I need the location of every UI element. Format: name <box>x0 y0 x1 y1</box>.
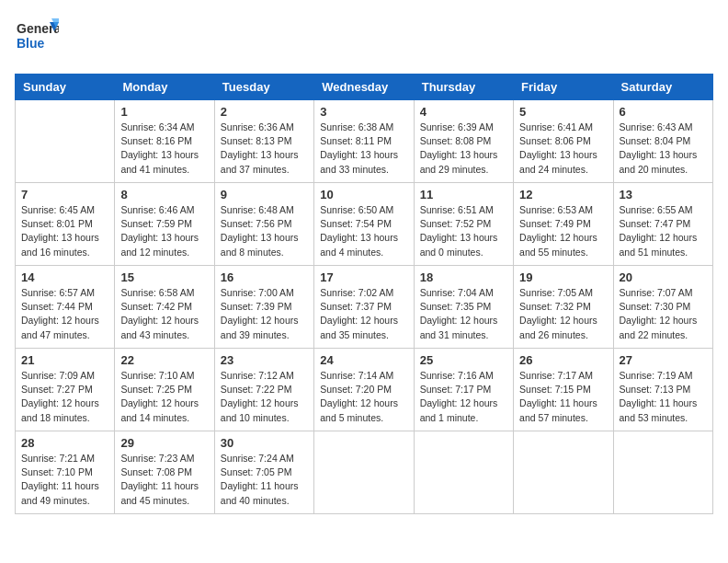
calendar-cell: 15Sunrise: 6:58 AM Sunset: 7:42 PM Dayli… <box>115 266 214 349</box>
day-number: 1 <box>120 105 208 119</box>
day-number: 3 <box>320 105 407 119</box>
day-info: Sunrise: 7:21 AM Sunset: 7:10 PM Dayligh… <box>21 452 108 508</box>
calendar-cell: 30Sunrise: 7:24 AM Sunset: 7:05 PM Dayli… <box>214 431 313 514</box>
calendar-cell: 8Sunrise: 6:46 AM Sunset: 7:59 PM Daylig… <box>115 183 214 266</box>
day-header-sunday: Sunday <box>16 75 115 100</box>
calendar-cell <box>16 100 115 183</box>
day-info: Sunrise: 7:23 AM Sunset: 7:08 PM Dayligh… <box>120 452 208 508</box>
calendar-week-5: 28Sunrise: 7:21 AM Sunset: 7:10 PM Dayli… <box>16 431 713 514</box>
day-header-tuesday: Tuesday <box>214 75 313 100</box>
day-info: Sunrise: 7:00 AM Sunset: 7:39 PM Dayligh… <box>221 286 308 342</box>
calendar-cell: 19Sunrise: 7:05 AM Sunset: 7:32 PM Dayli… <box>514 266 613 349</box>
calendar-cell: 10Sunrise: 6:50 AM Sunset: 7:54 PM Dayli… <box>314 183 414 266</box>
day-number: 13 <box>620 188 707 201</box>
day-info: Sunrise: 7:04 AM Sunset: 7:35 PM Dayligh… <box>420 286 507 342</box>
day-info: Sunrise: 7:09 AM Sunset: 7:27 PM Dayligh… <box>21 369 108 425</box>
day-header-monday: Monday <box>115 75 214 100</box>
calendar-cell: 2Sunrise: 6:36 AM Sunset: 8:13 PM Daylig… <box>214 100 313 183</box>
day-number: 24 <box>320 353 407 367</box>
day-info: Sunrise: 7:10 AM Sunset: 7:25 PM Dayligh… <box>120 369 208 425</box>
day-number: 6 <box>620 105 707 119</box>
day-number: 29 <box>120 436 208 450</box>
header-row: SundayMondayTuesdayWednesdayThursdayFrid… <box>16 75 713 100</box>
day-number: 5 <box>519 105 607 119</box>
day-info: Sunrise: 6:46 AM Sunset: 7:59 PM Dayligh… <box>120 203 208 259</box>
day-info: Sunrise: 6:57 AM Sunset: 7:44 PM Dayligh… <box>21 286 108 342</box>
day-info: Sunrise: 6:58 AM Sunset: 7:42 PM Dayligh… <box>120 286 208 342</box>
day-info: Sunrise: 6:43 AM Sunset: 8:04 PM Dayligh… <box>620 121 707 177</box>
calendar-cell: 20Sunrise: 7:07 AM Sunset: 7:30 PM Dayli… <box>613 266 712 349</box>
day-number: 22 <box>120 353 208 367</box>
day-header-thursday: Thursday <box>414 75 513 100</box>
day-info: Sunrise: 7:02 AM Sunset: 7:37 PM Dayligh… <box>320 286 407 342</box>
calendar-cell <box>314 431 414 514</box>
calendar-cell: 5Sunrise: 6:41 AM Sunset: 8:06 PM Daylig… <box>514 100 613 183</box>
day-info: Sunrise: 7:19 AM Sunset: 7:13 PM Dayligh… <box>620 369 707 425</box>
calendar-cell: 4Sunrise: 6:39 AM Sunset: 8:08 PM Daylig… <box>414 100 513 183</box>
calendar-cell: 21Sunrise: 7:09 AM Sunset: 7:27 PM Dayli… <box>16 349 115 431</box>
day-header-wednesday: Wednesday <box>314 75 414 100</box>
calendar-cell: 6Sunrise: 6:43 AM Sunset: 8:04 PM Daylig… <box>613 100 712 183</box>
calendar-week-3: 14Sunrise: 6:57 AM Sunset: 7:44 PM Dayli… <box>16 266 713 349</box>
day-number: 25 <box>420 353 507 367</box>
day-info: Sunrise: 6:34 AM Sunset: 8:16 PM Dayligh… <box>120 121 208 177</box>
calendar-cell: 24Sunrise: 7:14 AM Sunset: 7:20 PM Dayli… <box>314 349 414 431</box>
day-number: 27 <box>620 353 707 367</box>
day-number: 19 <box>519 270 607 284</box>
day-number: 9 <box>221 188 308 201</box>
day-number: 20 <box>620 270 707 284</box>
day-header-saturday: Saturday <box>613 75 712 100</box>
calendar-cell: 17Sunrise: 7:02 AM Sunset: 7:37 PM Dayli… <box>314 266 414 349</box>
calendar-cell: 13Sunrise: 6:55 AM Sunset: 7:47 PM Dayli… <box>613 183 712 266</box>
logo: General Blue <box>15 15 59 63</box>
day-number: 8 <box>120 188 208 201</box>
day-number: 14 <box>21 270 108 284</box>
day-info: Sunrise: 7:07 AM Sunset: 7:30 PM Dayligh… <box>620 286 707 342</box>
day-info: Sunrise: 6:48 AM Sunset: 7:56 PM Dayligh… <box>221 203 308 259</box>
day-info: Sunrise: 6:55 AM Sunset: 7:47 PM Dayligh… <box>620 203 707 259</box>
day-number: 21 <box>21 353 108 367</box>
day-number: 4 <box>420 105 507 119</box>
calendar-cell <box>514 431 613 514</box>
day-info: Sunrise: 6:45 AM Sunset: 8:01 PM Dayligh… <box>21 203 108 259</box>
svg-text:Blue: Blue <box>17 36 45 51</box>
calendar-cell: 9Sunrise: 6:48 AM Sunset: 7:56 PM Daylig… <box>214 183 313 266</box>
calendar-cell: 3Sunrise: 6:38 AM Sunset: 8:11 PM Daylig… <box>314 100 414 183</box>
day-info: Sunrise: 6:53 AM Sunset: 7:49 PM Dayligh… <box>519 203 607 259</box>
calendar-cell: 11Sunrise: 6:51 AM Sunset: 7:52 PM Dayli… <box>414 183 513 266</box>
calendar-week-2: 7Sunrise: 6:45 AM Sunset: 8:01 PM Daylig… <box>16 183 713 266</box>
day-number: 12 <box>519 188 607 201</box>
calendar-cell: 14Sunrise: 6:57 AM Sunset: 7:44 PM Dayli… <box>16 266 115 349</box>
day-number: 26 <box>519 353 607 367</box>
day-number: 30 <box>221 436 308 450</box>
calendar-cell: 12Sunrise: 6:53 AM Sunset: 7:49 PM Dayli… <box>514 183 613 266</box>
day-info: Sunrise: 7:05 AM Sunset: 7:32 PM Dayligh… <box>519 286 607 342</box>
calendar-cell: 1Sunrise: 6:34 AM Sunset: 8:16 PM Daylig… <box>115 100 214 183</box>
logo-icon: General Blue <box>15 15 59 59</box>
day-info: Sunrise: 6:39 AM Sunset: 8:08 PM Dayligh… <box>420 121 507 177</box>
calendar-cell: 18Sunrise: 7:04 AM Sunset: 7:35 PM Dayli… <box>414 266 513 349</box>
day-info: Sunrise: 6:36 AM Sunset: 8:13 PM Dayligh… <box>221 121 308 177</box>
day-header-friday: Friday <box>514 75 613 100</box>
day-number: 10 <box>320 188 407 201</box>
calendar-week-4: 21Sunrise: 7:09 AM Sunset: 7:27 PM Dayli… <box>16 349 713 431</box>
calendar-cell: 22Sunrise: 7:10 AM Sunset: 7:25 PM Dayli… <box>115 349 214 431</box>
calendar-week-1: 1Sunrise: 6:34 AM Sunset: 8:16 PM Daylig… <box>16 100 713 183</box>
page-header: General Blue <box>15 15 713 63</box>
day-info: Sunrise: 7:14 AM Sunset: 7:20 PM Dayligh… <box>320 369 407 425</box>
calendar-cell: 28Sunrise: 7:21 AM Sunset: 7:10 PM Dayli… <box>16 431 115 514</box>
calendar-cell: 26Sunrise: 7:17 AM Sunset: 7:15 PM Dayli… <box>514 349 613 431</box>
day-info: Sunrise: 7:17 AM Sunset: 7:15 PM Dayligh… <box>519 369 607 425</box>
day-number: 17 <box>320 270 407 284</box>
day-number: 16 <box>221 270 308 284</box>
calendar-cell: 23Sunrise: 7:12 AM Sunset: 7:22 PM Dayli… <box>214 349 313 431</box>
day-number: 7 <box>21 188 108 201</box>
day-info: Sunrise: 6:50 AM Sunset: 7:54 PM Dayligh… <box>320 203 407 259</box>
calendar-cell: 29Sunrise: 7:23 AM Sunset: 7:08 PM Dayli… <box>115 431 214 514</box>
calendar-cell <box>613 431 712 514</box>
day-info: Sunrise: 6:51 AM Sunset: 7:52 PM Dayligh… <box>420 203 507 259</box>
calendar-cell: 25Sunrise: 7:16 AM Sunset: 7:17 PM Dayli… <box>414 349 513 431</box>
calendar-cell: 27Sunrise: 7:19 AM Sunset: 7:13 PM Dayli… <box>613 349 712 431</box>
day-number: 18 <box>420 270 507 284</box>
day-info: Sunrise: 6:38 AM Sunset: 8:11 PM Dayligh… <box>320 121 407 177</box>
